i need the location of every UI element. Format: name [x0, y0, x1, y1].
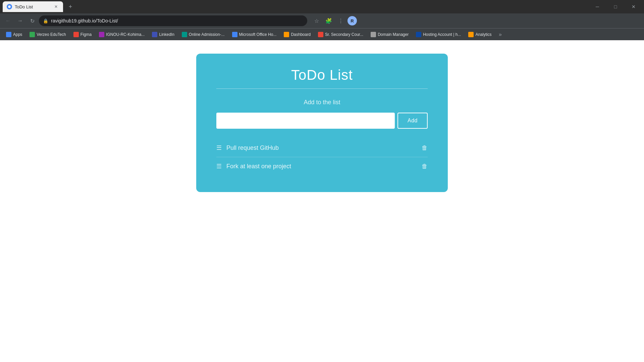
todo-add-button[interactable]: Add: [397, 113, 428, 129]
bookmark-ignou[interactable]: IGNOU-RC-Kohima...: [96, 31, 148, 39]
bookmark-linkedin[interactable]: LinkedIn: [149, 31, 177, 39]
bookmark-figma[interactable]: Figma: [70, 31, 95, 39]
bookmark-online[interactable]: Online Admission-...: [178, 31, 228, 39]
bookmark-favicon-msoffice: [232, 32, 237, 37]
todo-item-text: Pull request GitHub: [226, 144, 422, 152]
tab-favicon: [7, 4, 12, 9]
tab-close-button[interactable]: ✕: [53, 4, 59, 10]
todo-input[interactable]: [216, 113, 395, 129]
delete-icon[interactable]: 🗑: [422, 144, 428, 152]
bookmark-favicon-apps: [6, 32, 11, 37]
bookmark-favicon-secondary: [318, 32, 323, 37]
tab-title: ToDo List: [15, 4, 50, 9]
bookmark-label-hosting: Hosting Account | h...: [423, 32, 461, 37]
active-tab[interactable]: ToDo List ✕: [3, 1, 63, 12]
bookmark-label-apps: Apps: [13, 32, 22, 37]
address-bar[interactable]: 🔒 ravigithub19.github.io/ToDo-List/: [39, 15, 307, 26]
bookmark-star-button[interactable]: ☆: [311, 15, 322, 26]
bookmark-verzeo[interactable]: Verzeo EduTech: [26, 31, 69, 39]
extension-button[interactable]: 🧩: [323, 15, 334, 26]
profile-button[interactable]: R: [347, 16, 357, 25]
bookmark-favicon-domain: [371, 32, 376, 37]
hamburger-icon: ☰: [216, 163, 222, 170]
todo-divider: [216, 88, 428, 89]
todo-subtitle: Add to the list: [216, 99, 428, 106]
bookmark-apps[interactable]: Apps: [3, 31, 25, 39]
hamburger-icon: ☰: [216, 144, 222, 152]
todo-item: ☰ Pull request GitHub 🗑: [216, 139, 428, 157]
bookmarks-overflow-button[interactable]: »: [496, 31, 504, 39]
browser-chrome: ToDo List ✕ + ─ □ ✕ ← → ↻ 🔒 ravigithub19…: [0, 0, 644, 40]
bookmark-favicon-hosting: [416, 32, 421, 37]
bookmark-favicon-linkedin: [152, 32, 157, 37]
page-content: ToDo List Add to the list Add ☰ Pull req…: [0, 40, 644, 362]
bookmark-favicon-dashboard: [284, 32, 289, 37]
todo-list: ☰ Pull request GitHub 🗑 ☰ Fork at least …: [216, 139, 428, 175]
bookmark-label-secondary: Sr. Secondary Cour...: [325, 32, 363, 37]
tab-bar: ToDo List ✕ + ─ □ ✕: [0, 0, 644, 13]
todo-item: ☰ Fork at least one project 🗑: [216, 157, 428, 175]
bookmark-favicon-online: [182, 32, 187, 37]
reload-button[interactable]: ↻: [27, 15, 38, 26]
bookmark-label-linkedin: LinkedIn: [159, 32, 174, 37]
todo-item-text: Fork at least one project: [226, 163, 422, 170]
bookmark-favicon-ignou: [99, 32, 104, 37]
bookmark-label-domain: Domain Manager: [378, 32, 409, 37]
forward-button[interactable]: →: [15, 15, 25, 26]
bookmark-label-figma: Figma: [80, 32, 92, 37]
bookmark-hosting[interactable]: Hosting Account | h...: [413, 31, 464, 39]
nav-actions: ☆ 🧩 ⋮ R: [311, 15, 357, 26]
bookmark-label-analytics: Analytics: [475, 32, 491, 37]
window-controls: ─ □ ✕: [590, 1, 641, 12]
minimize-button[interactable]: ─: [590, 1, 605, 12]
bookmark-label-verzeo: Verzeo EduTech: [37, 32, 66, 37]
url-text: ravigithub19.github.io/ToDo-List/: [51, 18, 303, 23]
bookmark-analytics[interactable]: Analytics: [465, 31, 495, 39]
bookmarks-bar: Apps Verzeo EduTech Figma IGNOU-RC-Kohim…: [0, 28, 644, 40]
bookmark-label-dashboard: Dashboard: [291, 32, 311, 37]
bookmark-favicon-analytics: [468, 32, 474, 37]
bookmark-domain[interactable]: Domain Manager: [367, 31, 412, 39]
bookmark-label-msoffice: Microsoft Office Ho...: [239, 32, 277, 37]
todo-input-row: Add: [216, 113, 428, 129]
settings-button[interactable]: ⋮: [335, 15, 346, 26]
maximize-button[interactable]: □: [608, 1, 623, 12]
back-button[interactable]: ←: [3, 15, 13, 26]
todo-title: ToDo List: [216, 67, 428, 83]
lock-icon: 🔒: [43, 18, 48, 23]
navigation-bar: ← → ↻ 🔒 ravigithub19.github.io/ToDo-List…: [0, 13, 644, 28]
bookmark-secondary[interactable]: Sr. Secondary Cour...: [315, 31, 367, 39]
todo-container: ToDo List Add to the list Add ☰ Pull req…: [196, 54, 448, 192]
bookmark-msoffice[interactable]: Microsoft Office Ho...: [229, 31, 280, 39]
bookmark-favicon-verzeo: [30, 32, 35, 37]
delete-icon[interactable]: 🗑: [422, 163, 428, 170]
bookmark-label-ignou: IGNOU-RC-Kohima...: [106, 32, 145, 37]
bookmark-favicon-figma: [73, 32, 79, 37]
svg-point-0: [8, 5, 11, 8]
bookmark-dashboard[interactable]: Dashboard: [280, 31, 314, 39]
close-button[interactable]: ✕: [626, 1, 641, 12]
bookmark-label-online: Online Admission-...: [189, 32, 225, 37]
new-tab-button[interactable]: +: [66, 2, 75, 11]
